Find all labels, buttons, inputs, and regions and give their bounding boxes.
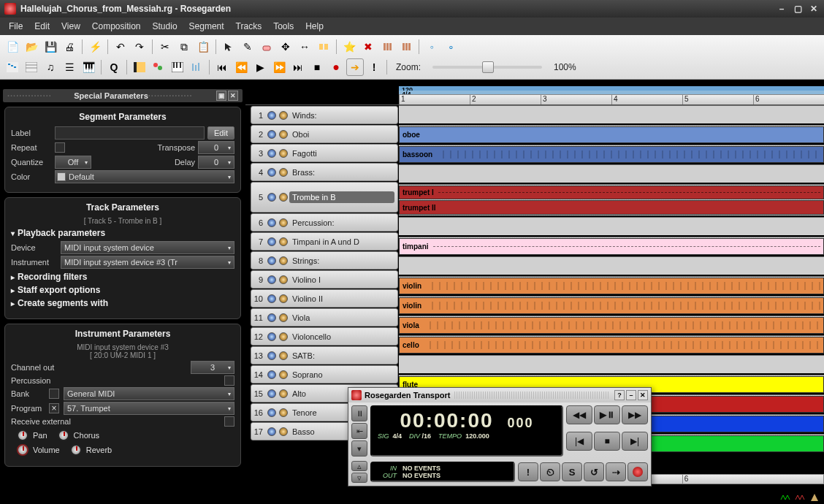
loop-icon[interactable]: ➔ <box>346 58 364 76</box>
menu-help[interactable]: Help <box>300 20 329 33</box>
repeat-checkbox[interactable] <box>55 142 65 153</box>
track-name-label[interactable]: Violino II <box>289 294 397 303</box>
track-name-label[interactable]: SATB: <box>289 351 397 360</box>
transport-collapse-button[interactable]: ▾ <box>351 440 367 457</box>
segment-row[interactable]: cello <box>399 335 824 354</box>
reverb-knob[interactable]: Reverb <box>70 444 112 456</box>
transport-titlebar[interactable]: Rosegarden Transport ? – ✕ <box>348 388 651 402</box>
panel-close-icon[interactable]: ✕ <box>228 91 238 101</box>
redo-icon[interactable]: ↷ <box>131 38 148 56</box>
menu-file[interactable]: File <box>3 20 28 33</box>
add-track-icon[interactable]: ⭐ <box>340 38 358 56</box>
play-icon[interactable]: ▶ <box>251 58 269 76</box>
rewind-end-icon[interactable]: ⏮ <box>213 58 231 76</box>
track-up-icon[interactable] <box>378 38 396 56</box>
rewind-icon[interactable]: ⏪ <box>232 58 250 76</box>
record-led-icon[interactable] <box>279 218 288 227</box>
record-led-icon[interactable] <box>279 237 288 246</box>
segment-row[interactable]: violin <box>399 296 824 314</box>
device-select[interactable]: MIDI input system device <box>61 241 234 254</box>
segment-row[interactable]: oboe <box>399 125 824 143</box>
record-icon[interactable]: ● <box>327 58 345 76</box>
segment-row[interactable]: viola <box>399 316 824 334</box>
notation-editor-icon[interactable]: ♫ <box>42 58 59 76</box>
delay-select[interactable]: 0 <box>198 156 234 169</box>
color-select[interactable]: Default <box>55 170 234 183</box>
menu-view[interactable]: View <box>56 20 86 33</box>
print-icon[interactable]: 🖨 <box>61 38 78 56</box>
percussion-checkbox[interactable] <box>224 375 234 386</box>
recording-filters-toggle[interactable]: Recording filters <box>11 272 234 282</box>
menu-tracks[interactable]: Tracks <box>230 20 268 33</box>
edit-label-button[interactable]: Edit <box>207 126 234 140</box>
mute-led-icon[interactable] <box>267 389 276 398</box>
record-led-icon[interactable] <box>279 332 288 341</box>
track-row[interactable]: 8 Strings: <box>251 251 398 270</box>
receive-ext-checkbox[interactable] <box>224 416 234 427</box>
event-editor-icon[interactable]: ☰ <box>61 58 78 76</box>
copy-icon[interactable]: ⧉ <box>175 38 193 56</box>
pencil-tool-icon[interactable]: ✎ <box>239 38 256 56</box>
segment[interactable]: trumpet I <box>399 186 824 199</box>
record-led-icon[interactable] <box>279 313 288 322</box>
create-segments-toggle[interactable]: Create segments with <box>11 298 234 308</box>
transport-help-icon[interactable]: ? <box>614 390 625 400</box>
zoom-slider[interactable] <box>432 66 542 69</box>
track-down-icon[interactable] <box>397 38 415 56</box>
track-name-label[interactable]: Brass: <box>289 168 397 177</box>
mute-led-icon[interactable] <box>267 168 276 177</box>
menu-studio[interactable]: Studio <box>147 20 183 33</box>
record-led-icon[interactable] <box>279 193 288 202</box>
quantize-icon[interactable]: Q <box>105 58 123 76</box>
transport-rewind-end-button[interactable]: |◀ <box>566 432 592 451</box>
transpose-select[interactable]: 0 <box>198 141 234 154</box>
mute-led-icon[interactable] <box>267 427 276 436</box>
track-row[interactable]: 2 Oboi <box>251 125 398 143</box>
transport-metronome-button[interactable]: ⏲ <box>540 462 560 481</box>
track-row[interactable]: 11 Viola <box>251 308 398 327</box>
mute-led-icon[interactable] <box>267 130 276 139</box>
mute-led-icon[interactable] <box>267 256 276 265</box>
transport-expand-down-button[interactable]: ▿ <box>351 473 367 483</box>
track-name-label[interactable]: Oboi <box>289 130 397 139</box>
staff-export-toggle[interactable]: Staff export options <box>11 285 234 295</box>
new-file-icon[interactable]: 📄 <box>4 38 21 56</box>
track-name-label[interactable]: Strings: <box>289 256 397 265</box>
record-led-icon[interactable] <box>279 351 288 360</box>
maximize-button[interactable]: ▢ <box>792 3 804 15</box>
ruler[interactable]: 120 4/4 123456 <box>245 86 824 105</box>
transport-rewind-button[interactable]: ◀◀ <box>566 405 592 424</box>
show-previews-icon[interactable] <box>150 58 167 76</box>
transport-solo-button[interactable]: S <box>562 462 582 481</box>
track-row[interactable]: 5 Trombe in B <box>251 182 398 213</box>
record-led-icon[interactable] <box>279 427 288 436</box>
mute-led-icon[interactable] <box>267 370 276 379</box>
segment-row[interactable]: trumpet Itrumpet II <box>399 184 824 215</box>
menu-composition[interactable]: Composition <box>86 20 147 33</box>
volume-knob[interactable]: Volume <box>17 444 60 456</box>
record-led-icon[interactable] <box>279 275 288 284</box>
transport-ffwd-end-button[interactable]: ▶| <box>622 432 648 451</box>
segment-label-input[interactable] <box>55 126 205 140</box>
audio-levels-icon[interactable] <box>188 58 205 76</box>
matrix-editor-icon[interactable] <box>4 58 21 76</box>
segment[interactable]: violin <box>399 278 824 294</box>
track-name-label[interactable]: Trombe in B <box>289 191 394 203</box>
mute-led-icon[interactable] <box>267 351 276 360</box>
undo-icon[interactable]: ↶ <box>112 38 129 56</box>
cut-icon[interactable]: ✂ <box>156 38 174 56</box>
instrument-select[interactable]: MIDI input system device #3 (Tr <box>61 256 234 269</box>
fast-forward-icon[interactable]: ⏩ <box>270 58 288 76</box>
transport-panic-button[interactable]: ! <box>518 462 538 481</box>
transport-play-button[interactable]: ▶⏸ <box>594 405 620 424</box>
segment-row[interactable]: timpani <box>399 237 824 255</box>
track-row[interactable]: 3 Fagotti <box>251 144 398 162</box>
segment[interactable]: bassoon <box>399 146 824 163</box>
mute-led-icon[interactable] <box>267 193 276 202</box>
mute-led-icon[interactable] <box>267 149 276 158</box>
forward-end-icon[interactable]: ⏭ <box>289 58 307 76</box>
delete-track-icon[interactable]: ✖ <box>359 38 377 56</box>
segment[interactable]: cello <box>399 337 824 354</box>
track-name-label[interactable]: Winds: <box>289 111 397 120</box>
record-led-icon[interactable] <box>279 168 288 177</box>
